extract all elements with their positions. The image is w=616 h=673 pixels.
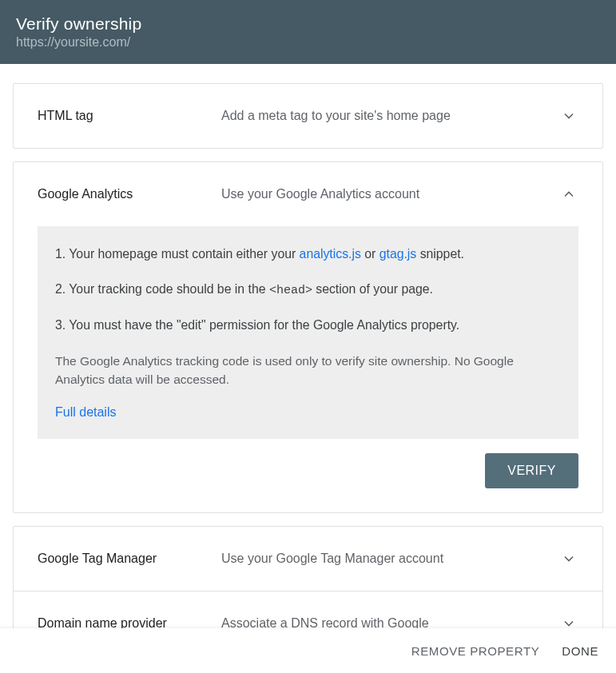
method-details: 1. Your homepage must contain either you… — [14, 226, 602, 512]
code-head: <head> — [269, 284, 312, 297]
method-description: Use your Google Tag Manager account — [221, 552, 559, 566]
full-details-link[interactable]: Full details — [55, 405, 561, 420]
chevron-up-icon — [559, 185, 578, 204]
method-description: Use your Google Analytics account — [221, 187, 559, 201]
method-title: Google Tag Manager — [38, 552, 221, 566]
remove-property-button[interactable]: REMOVE PROPERTY — [411, 644, 539, 658]
gtag-js-link[interactable]: gtag.js — [380, 247, 417, 261]
dialog-header: Verify ownership https://yoursite.com/ — [0, 0, 616, 64]
text: 1. Your homepage must contain either you… — [55, 247, 300, 261]
dialog-title: Verify ownership — [16, 14, 600, 34]
method-description: Add a meta tag to your site's home page — [221, 109, 559, 123]
text: section of your page. — [312, 282, 433, 296]
method-title: Google Analytics — [38, 187, 221, 201]
text: or — [361, 247, 380, 261]
method-google-analytics: Google Analytics Use your Google Analyti… — [13, 161, 603, 513]
chevron-down-icon — [559, 106, 578, 125]
methods-list: HTML tag Add a meta tag to your site's h… — [0, 83, 616, 656]
method-google-analytics-header[interactable]: Google Analytics Use your Google Analyti… — [14, 162, 602, 226]
instructions-box: 1. Your homepage must contain either you… — [38, 226, 578, 439]
instruction-step-2: 2. Your tracking code should be in the <… — [55, 281, 561, 299]
analytics-js-link[interactable]: analytics.js — [300, 247, 361, 261]
text: snippet. — [416, 247, 464, 261]
method-tag-manager-header[interactable]: Google Tag Manager Use your Google Tag M… — [14, 527, 602, 591]
instructions-note: The Google Analytics tracking code is us… — [55, 352, 561, 389]
verify-button[interactable]: VERIFY — [485, 453, 578, 488]
chevron-down-icon — [559, 549, 578, 568]
method-html-tag: HTML tag Add a meta tag to your site's h… — [13, 83, 603, 149]
method-title: HTML tag — [38, 109, 221, 123]
instruction-step-3: 3. You must have the "edit" permission f… — [55, 317, 561, 334]
verify-row: VERIFY — [38, 453, 578, 488]
text: 2. Your tracking code should be in the — [55, 282, 269, 296]
done-button[interactable]: DONE — [562, 644, 598, 658]
dialog-footer: REMOVE PROPERTY DONE — [0, 628, 616, 673]
site-url: https://yoursite.com/ — [16, 35, 600, 50]
instruction-step-1: 1. Your homepage must contain either you… — [55, 245, 561, 263]
method-html-tag-header[interactable]: HTML tag Add a meta tag to your site's h… — [14, 84, 602, 148]
